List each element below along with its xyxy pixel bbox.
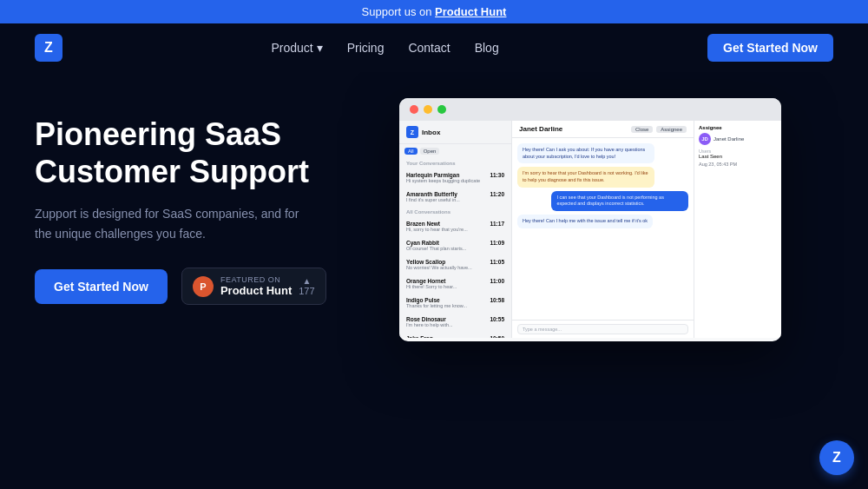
message-warning: I'm sorry to hear that your Dashboard is…: [517, 167, 654, 187]
mockup-logo-icon: Z: [406, 126, 418, 138]
chat-contact-name: Janet Darline: [519, 125, 562, 133]
filter-open[interactable]: Open: [420, 148, 440, 155]
mockup-inbox-label: Inbox: [422, 129, 440, 136]
chevron-down-icon: ▾: [317, 41, 323, 55]
message-1: Hey there! Can I ask you about: If you h…: [517, 143, 654, 163]
close-icon: [410, 105, 418, 114]
mockup-main: Janet Darline Close Assignee Hey there! …: [512, 121, 694, 338]
message-2: Hey there! Can I help me with the issue …: [517, 215, 653, 228]
floating-chat-button[interactable]: Z: [819, 440, 854, 475]
announcement-bar: Support us on Product Hunt: [0, 0, 868, 23]
conv-item-4[interactable]: Yellow Scallop11:05 No worries! We actua…: [399, 255, 511, 274]
conv-item-1[interactable]: Amaranth Butterfly11:20 I find it's supe…: [399, 188, 511, 207]
panel-last-seen: Last Seen: [699, 154, 777, 159]
ph-upvote-icon: ▲: [302, 276, 311, 286]
minimize-icon: [424, 105, 432, 114]
nav-product[interactable]: Product ▾: [271, 41, 322, 55]
announcement-text: Support us on: [362, 5, 436, 18]
ph-text-group: FEATURED ON Product Hunt: [220, 275, 292, 297]
mockup-chrome: [399, 98, 781, 121]
mockup-inner: Z Inbox All Open Your Conversations Harl…: [399, 121, 781, 338]
all-conversations-label: All Conversations: [399, 207, 511, 217]
mockup-chat-input[interactable]: Type a message...: [517, 324, 688, 334]
conv-item-8[interactable]: Jake Frog10:50 I'm sorry to hear that yo…: [399, 332, 511, 338]
assignee-name: Janet Darline: [713, 136, 744, 142]
floating-icon-letter: Z: [832, 450, 841, 466]
nav-pricing[interactable]: Pricing: [347, 41, 385, 55]
close-action-btn[interactable]: Close: [631, 126, 653, 133]
conv-item-0[interactable]: Harlequin Parmigan11:30 Hi system keeps …: [399, 169, 511, 188]
conv-item-3[interactable]: Cyan Rabbit11:09 Of course! That plan st…: [399, 236, 511, 255]
nav-blog[interactable]: Blog: [475, 41, 499, 55]
conv-item-7[interactable]: Rose Dinosaur10:55 I'm here to help with…: [399, 313, 511, 332]
ph-votes: ▲ 177: [299, 276, 314, 296]
hero-right: Z Inbox All Open Your Conversations Harl…: [399, 98, 833, 341]
mockup-sidebar-header: Z Inbox: [399, 121, 511, 144]
nav-cta-button[interactable]: Get Started Now: [707, 34, 833, 62]
filter-all[interactable]: All: [404, 148, 418, 155]
ui-mockup: Z Inbox All Open Your Conversations Harl…: [399, 98, 781, 341]
nav-logo[interactable]: Z: [35, 34, 62, 62]
ph-vote-count: 177: [299, 286, 314, 296]
announcement-link[interactable]: Product Hunt: [435, 5, 506, 18]
mockup-main-actions: Close Assignee: [631, 126, 687, 133]
navbar: Z Product ▾ Pricing Contact Blog Get Sta…: [0, 23, 868, 72]
conv-item-6[interactable]: Indigo Pulse10:58 Thanks for letting me …: [399, 294, 511, 313]
assignee-avatar: JD: [699, 133, 711, 145]
message-ai: I can see that your Dashboard is not per…: [551, 191, 688, 211]
conv-item-5[interactable]: Orange Hornet11:00 Hi there! Sorry to he…: [399, 274, 511, 294]
hero-title: Pioneering SaaS Customer Support: [35, 116, 365, 190]
hero-section: Pioneering SaaS Customer Support Zupport…: [0, 72, 868, 486]
conv-item-2[interactable]: Brazen Newt11:17 Hi, sorry to hear that …: [399, 217, 511, 236]
nav-links: Product ▾ Pricing Contact Blog: [271, 41, 498, 55]
panel-assignee: JD Janet Darline: [699, 133, 777, 145]
hero-actions: Get Started Now P FEATURED ON Product Hu…: [35, 268, 365, 305]
mockup-messages: Hey there! Can I ask you about: If you h…: [512, 138, 694, 320]
hero-left: Pioneering SaaS Customer Support Zupport…: [35, 98, 365, 305]
mockup-right-panel: Assignee JD Janet Darline Users Last See…: [694, 121, 781, 338]
hero-cta-button[interactable]: Get Started Now: [35, 269, 168, 304]
hero-subtitle: Zupport is designed for SaaS companies, …: [35, 204, 312, 243]
mockup-filter-row: All Open: [399, 144, 511, 158]
maximize-icon: [437, 105, 446, 114]
mockup-input-bar: Type a message...: [512, 320, 694, 338]
mockup-sidebar: Z Inbox All Open Your Conversations Harl…: [399, 121, 512, 338]
producthunt-icon: P: [193, 276, 214, 297]
your-conversations-label: Your Conversations: [399, 158, 511, 169]
ph-name: Product Hunt: [220, 284, 292, 297]
ph-label: FEATURED ON: [220, 275, 292, 284]
assignee-action-btn[interactable]: Assignee: [656, 126, 687, 133]
mockup-main-header: Janet Darline Close Assignee: [512, 121, 694, 138]
producthunt-badge[interactable]: P FEATURED ON Product Hunt ▲ 177: [181, 268, 326, 305]
panel-last-seen-value: Aug 23, 05:43 PM: [699, 162, 777, 167]
nav-contact[interactable]: Contact: [408, 41, 450, 55]
assignee-panel-title: Assignee: [699, 125, 777, 130]
